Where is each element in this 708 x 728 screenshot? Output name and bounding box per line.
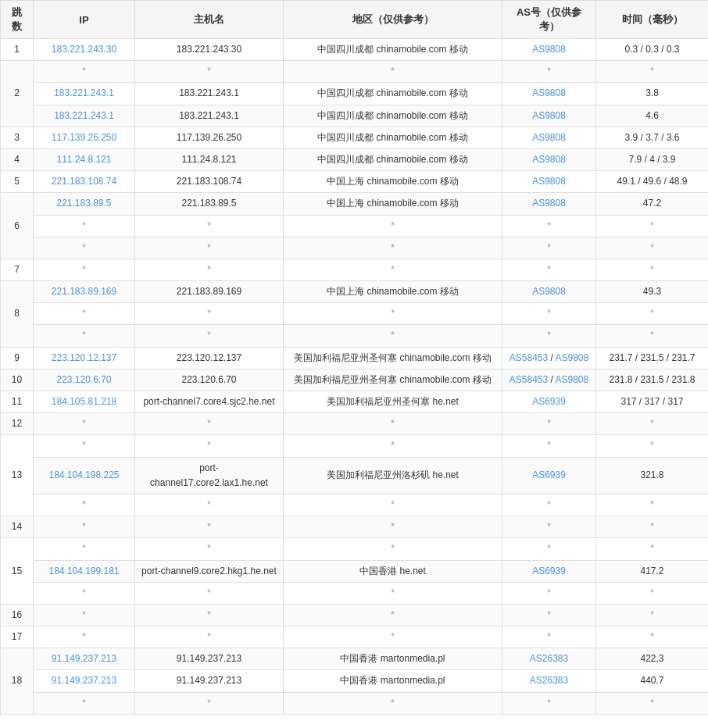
region-cell: 中国四川成都 chinamobile.com 移动 (284, 83, 502, 105)
as-cell[interactable]: AS9808 (502, 105, 596, 127)
ip-link[interactable]: 221.183.89.169 (52, 286, 116, 297)
ip-cell[interactable]: 221.183.89.169 (34, 281, 135, 303)
ip-cell[interactable]: 221.183.108.74 (34, 171, 135, 193)
ip-link[interactable]: 183.221.243.1 (54, 87, 114, 98)
hop-number: 4 (1, 148, 34, 170)
as-link[interactable]: AS9808 (532, 132, 566, 143)
ip-cell[interactable]: 91.149.237.213 (34, 648, 135, 670)
ip-link[interactable]: 184.105.81.218 (52, 396, 116, 407)
as-link[interactable]: AS9808 (532, 286, 566, 297)
as-link[interactable]: AS9808 (556, 374, 589, 385)
hop-number: 3 (1, 127, 34, 148)
ip-cell: * (34, 259, 135, 280)
table-row: ***** (1, 215, 709, 237)
ip-cell[interactable]: 183.221.243.1 (34, 83, 135, 105)
ip-cell[interactable]: 117.139.26.250 (34, 127, 135, 148)
ip-link[interactable]: 183.221.243.1 (54, 110, 114, 121)
ip-link[interactable]: 223.120.12.137 (52, 352, 116, 363)
as-cell[interactable]: AS26383 (502, 670, 596, 692)
ip-cell[interactable]: 223.120.12.137 (34, 347, 135, 369)
time-cell: 417.2 (596, 560, 709, 582)
table-row: 17***** (1, 626, 709, 648)
as-cell: * (502, 604, 596, 626)
as-cell[interactable]: AS9808 (502, 148, 596, 170)
ip-link[interactable]: 221.183.108.74 (52, 176, 116, 187)
time-cell: 321.8 (596, 457, 709, 494)
ip-cell: * (34, 325, 135, 347)
region-cell: * (284, 259, 502, 280)
col-header-host: 主机名 (135, 1, 284, 39)
hop-number: 9 (1, 347, 34, 369)
region-cell: * (284, 61, 502, 83)
table-row: 8221.183.89.169221.183.89.169中国上海 chinam… (1, 281, 709, 303)
table-row: 1891.149.237.21391.149.237.213中国香港 marto… (1, 648, 709, 670)
host-cell: 223.120.12.137 (135, 347, 284, 369)
ip-cell[interactable]: 111.24.8.121 (34, 148, 135, 170)
hop-number: 7 (1, 259, 34, 280)
ip-cell[interactable]: 183.221.243.30 (34, 39, 135, 61)
ip-cell[interactable]: 184.105.81.218 (34, 391, 135, 413)
time-cell: 231.7 / 231.5 / 231.7 (596, 347, 709, 369)
ip-link[interactable]: 183.221.243.30 (52, 44, 116, 55)
ip-link[interactable]: 223.120.6.70 (56, 374, 111, 385)
ip-cell[interactable]: 223.120.6.70 (34, 369, 135, 391)
ip-cell[interactable]: 221.183.89.5 (34, 193, 135, 215)
as-cell[interactable]: AS9808 (502, 171, 596, 193)
ip-link[interactable]: 91.149.237.213 (52, 675, 116, 686)
as-link[interactable]: AS58453 (510, 374, 548, 385)
ip-link[interactable]: 111.24.8.121 (56, 154, 111, 165)
as-cell[interactable]: AS9808 (502, 83, 596, 105)
as-cell[interactable]: AS9808 (502, 281, 596, 303)
ip-cell[interactable]: 91.149.237.213 (34, 670, 135, 692)
hop-number: 15 (1, 538, 34, 605)
time-cell: 0.3 / 0.3 / 0.3 (596, 39, 709, 61)
host-cell: * (135, 61, 284, 83)
region-cell: * (284, 215, 502, 237)
table-row: 183.221.243.1183.221.243.1中国四川成都 chinamo… (1, 83, 709, 105)
as-link[interactable]: AS9808 (532, 44, 566, 55)
as-link[interactable]: AS26383 (530, 653, 568, 664)
as-cell[interactable]: AS9808 (502, 193, 596, 215)
table-row: 6221.183.89.5221.183.89.5中国上海 chinamobil… (1, 193, 709, 215)
as-link[interactable]: AS9808 (532, 87, 566, 98)
as-link[interactable]: AS6939 (532, 469, 566, 480)
as-link[interactable]: AS9808 (532, 110, 566, 121)
as-cell[interactable]: AS58453 / AS9808 (502, 347, 596, 369)
as-link[interactable]: AS6939 (532, 566, 566, 576)
as-link[interactable]: AS9808 (532, 154, 566, 165)
region-cell: 美国加利福尼亚州圣何塞 chinamobile.com 移动 (284, 369, 502, 391)
time-cell: * (596, 413, 709, 435)
table-row: ***** (1, 325, 709, 347)
ip-link[interactable]: 91.149.237.213 (52, 653, 116, 664)
ip-link[interactable]: 117.139.26.250 (52, 132, 116, 143)
ip-cell[interactable]: 183.221.243.1 (34, 105, 135, 127)
table-row: 10223.120.6.70223.120.6.70美国加利福尼亚州圣何塞 ch… (1, 369, 709, 391)
as-cell[interactable]: AS26383 (502, 648, 596, 670)
as-cell[interactable]: AS9808 (502, 127, 596, 148)
hop-number: 18 (1, 648, 34, 715)
ip-cell[interactable]: 184.104.199.181 (34, 560, 135, 582)
traceroute-table: 跳数 IP 主机名 地区（仅供参考） AS号（仅供参考） 时间（毫秒） 1183… (0, 0, 708, 715)
as-link[interactable]: AS9808 (532, 176, 566, 187)
ip-cell: * (34, 692, 135, 714)
ip-link[interactable]: 184.104.198.225 (48, 469, 119, 480)
as-link[interactable]: AS58453 (510, 352, 548, 363)
as-cell[interactable]: AS9808 (502, 39, 596, 61)
ip-cell[interactable]: 184.104.198.225 (34, 457, 135, 494)
time-cell: * (596, 538, 709, 560)
as-link[interactable]: AS26383 (530, 675, 568, 686)
as-link[interactable]: AS6939 (532, 396, 566, 407)
as-cell[interactable]: AS58453 / AS9808 (502, 369, 596, 391)
table-row: 3117.139.26.250117.139.26.250中国四川成都 chin… (1, 127, 709, 148)
ip-link[interactable]: 184.104.199.181 (48, 566, 119, 576)
as-link[interactable]: AS9808 (532, 198, 566, 209)
ip-link[interactable]: 221.183.89.5 (56, 198, 111, 209)
as-cell[interactable]: AS6939 (502, 391, 596, 413)
host-cell: 91.149.237.213 (135, 648, 284, 670)
as-cell[interactable]: AS6939 (502, 560, 596, 582)
as-cell[interactable]: AS6939 (502, 457, 596, 494)
region-cell: 中国香港 martonmedia.pl (284, 648, 502, 670)
as-cell: * (502, 215, 596, 237)
as-link[interactable]: AS9808 (556, 352, 589, 363)
region-cell: * (284, 303, 502, 325)
